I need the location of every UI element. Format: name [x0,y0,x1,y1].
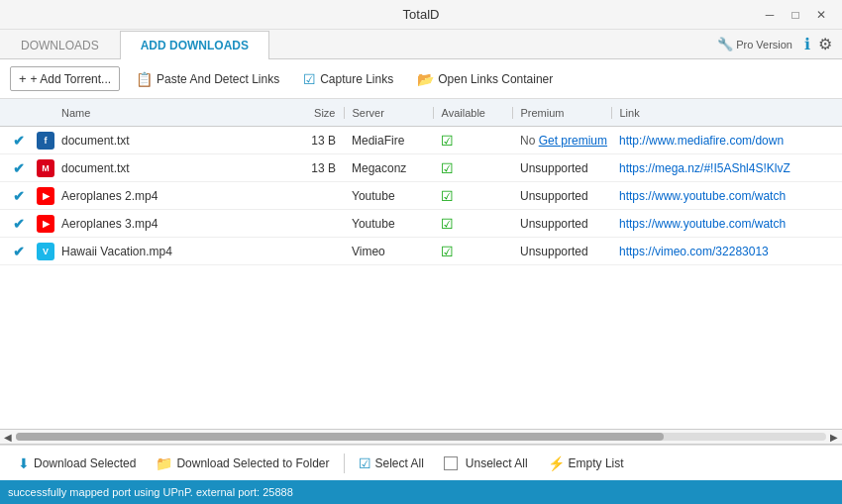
file-name: document.txt [57,134,284,148]
available-status: ☑ [433,188,512,204]
status-message: successfully mapped port using UPnP. ext… [8,486,293,498]
tab-downloads[interactable]: DOWNLOADS [0,31,120,59]
tab-navigation: DOWNLOADS ADD DOWNLOADS 🔧 Pro Version ℹ … [0,30,842,59]
settings-icon[interactable]: ⚙ [818,35,832,53]
server-name: Megaconz [344,161,433,175]
folder-icon: 📂 [417,71,434,87]
service-icon: V [34,243,57,260]
server-name: Youtube [344,189,433,203]
select-all-icon: ☑ [359,455,371,471]
premium-status: Unsupported [512,189,611,203]
premium-status: Unsupported [512,161,611,175]
column-name: Name [57,107,284,119]
column-server: Server [344,107,433,119]
row-checkbox[interactable]: ✔ [4,188,34,204]
unselect-all-icon [444,456,458,470]
file-name: Hawaii Vacation.mp4 [57,245,284,258]
server-name: MediaFire [344,134,433,148]
row-checkbox[interactable]: ✔ [4,244,34,259]
check-mark: ✔ [13,160,25,176]
folder-download-icon: 📁 [156,455,172,471]
pro-version-label: Pro Version [736,39,792,50]
premium-text: Unsupported [520,161,588,175]
file-name: Aeroplanes 2.mp4 [57,189,284,203]
column-link: Link [611,107,839,119]
table-row: ✔ ▶ Aeroplanes 2.mp4 Youtube ☑ Unsupport… [0,182,842,210]
status-bar: successfully mapped port using UPnP. ext… [0,480,842,504]
column-size: Size [284,107,344,119]
scroll-track[interactable] [16,433,826,441]
premium-text: Unsupported [520,245,588,258]
available-status: ☑ [433,133,512,149]
add-torrent-button[interactable]: + + Add Torrent... [10,66,120,91]
download-link[interactable]: http://www.mediafire.com/down [611,134,838,148]
available-check: ☑ [441,133,454,149]
server-name: Vimeo [344,245,433,258]
available-status: ☑ [433,216,512,232]
close-button[interactable]: ✕ [808,4,834,26]
check-mark: ✔ [13,216,25,232]
clipboard-icon: 📋 [136,71,153,87]
download-link[interactable]: https://www.youtube.com/watch [611,217,838,231]
premium-status: Unsupported [512,245,611,258]
service-badge: ▶ [37,215,54,233]
paste-detect-button[interactable]: 📋 Paste And Detect Links [128,67,287,91]
service-icon: ▶ [34,215,57,233]
service-icon: ▶ [34,187,57,205]
row-checkbox[interactable]: ✔ [4,133,34,149]
premium-text: Unsupported [520,217,588,231]
available-check: ☑ [441,188,454,204]
window-controls: ─ □ ✕ [757,4,834,26]
service-badge: ▶ [37,187,54,205]
available-check: ☑ [441,244,454,259]
file-size: 13 B [284,161,344,175]
download-link[interactable]: https://www.youtube.com/watch [611,189,838,203]
table-row: ✔ V Hawaii Vacation.mp4 Vimeo ☑ Unsuppor… [0,238,842,265]
check-box-icon: ☑ [303,71,316,87]
download-selected-button[interactable]: ⬇ Download Selected [8,452,146,475]
row-checkbox[interactable]: ✔ [4,216,34,232]
horizontal-scrollbar[interactable]: ◀ ▶ [0,429,842,445]
available-check: ☑ [441,160,454,176]
pro-version-button[interactable]: 🔧 Pro Version [713,35,796,53]
scroll-right-arrow[interactable]: ▶ [826,429,842,445]
premium-text: Unsupported [520,189,588,203]
premium-status: Unsupported [512,217,611,231]
main-toolbar: + + Add Torrent... 📋 Paste And Detect Li… [0,59,842,99]
add-icon: + [19,71,27,86]
bottom-toolbar: ⬇ Download Selected 📁 Download Selected … [0,445,842,480]
premium-no: No [520,134,539,148]
tab-add-downloads[interactable]: ADD DOWNLOADS [120,31,269,59]
column-premium: Premium [512,107,611,119]
capture-links-button[interactable]: ☑ Capture Links [295,67,401,91]
service-icon: f [34,132,57,150]
maximize-button[interactable]: □ [783,4,808,26]
file-size: 13 B [284,134,344,148]
file-name: Aeroplanes 3.mp4 [57,217,284,231]
service-icon: M [34,159,57,177]
select-all-button[interactable]: ☑ Select All [349,452,434,475]
service-badge: V [37,243,54,260]
download-link[interactable]: https://vimeo.com/32283013 [611,245,838,258]
minimize-button[interactable]: ─ [757,4,783,26]
row-checkbox[interactable]: ✔ [4,160,34,176]
scroll-thumb[interactable] [16,433,664,441]
get-premium-link[interactable]: Get premium [539,134,607,148]
open-links-container-button[interactable]: 📂 Open Links Container [409,67,561,91]
empty-list-button[interactable]: ⚡ Empty List [538,452,634,475]
separator-1 [344,454,345,473]
table-row: ✔ M document.txt 13 B Megaconz ☑ Unsuppo… [0,154,842,182]
info-icon[interactable]: ℹ [804,35,810,53]
download-link[interactable]: https://mega.nz/#!I5AShl4S!KlvZ [611,161,838,175]
table-body: ✔ f document.txt 13 B MediaFire ☑ No Get… [0,127,842,429]
download-to-folder-button[interactable]: 📁 Download Selected to Folder [146,452,339,475]
unselect-all-button[interactable]: Unselect All [434,453,538,474]
wrench-icon: 🔧 [717,37,733,51]
empty-list-icon: ⚡ [548,455,565,471]
scroll-left-arrow[interactable]: ◀ [0,429,16,445]
table-header: Name Size Server Available Premium Link [0,99,842,127]
column-available: Available [433,107,512,119]
available-status: ☑ [433,160,512,176]
server-name: Youtube [344,217,433,231]
title-bar: TotalD ─ □ ✕ [0,0,842,30]
